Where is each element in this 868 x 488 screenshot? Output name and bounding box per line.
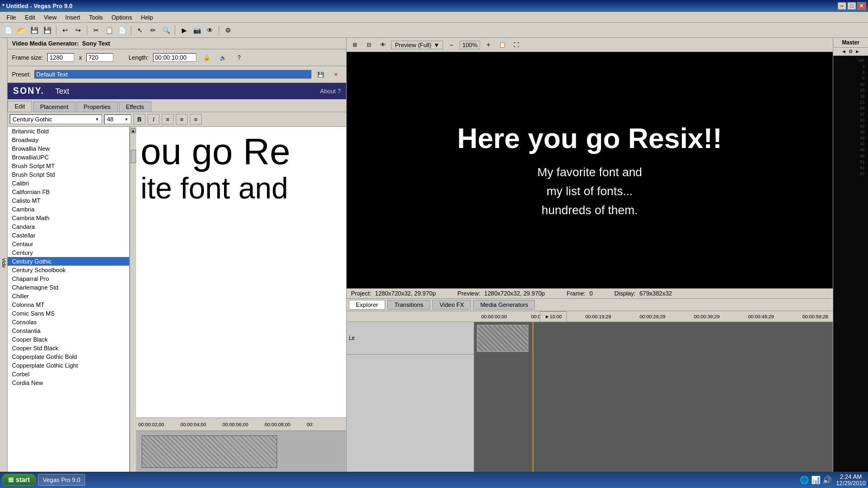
- redo-button[interactable]: ↪: [72, 24, 84, 36]
- preset-delete-button[interactable]: ✕: [330, 68, 342, 80]
- font-item[interactable]: Castellar: [8, 231, 129, 240]
- preview-fullscreen-button[interactable]: ⛶: [510, 39, 522, 51]
- align-center-button[interactable]: ≡: [176, 114, 188, 125]
- preview-view-button[interactable]: 👁: [377, 39, 389, 51]
- font-item[interactable]: Chaparral Pro: [8, 274, 129, 283]
- track-clip[interactable]: [477, 325, 528, 352]
- preview-zoom-out[interactable]: −: [445, 39, 457, 51]
- open-button[interactable]: 📂: [15, 24, 27, 36]
- taskbar-item-vegas[interactable]: Vegas Pro 9.0: [38, 474, 85, 486]
- font-item[interactable]: Brush Script MT: [8, 162, 129, 170]
- text-clip[interactable]: [142, 435, 277, 468]
- menu-insert[interactable]: Insert: [61, 13, 85, 22]
- preview-quality-dropdown[interactable]: Preview (Full) ▼: [391, 41, 443, 49]
- tab-properties[interactable]: Properties: [76, 101, 118, 112]
- font-item[interactable]: Cooper Std Black: [8, 344, 129, 352]
- font-item[interactable]: Colonna MT: [8, 300, 129, 309]
- align-left-button[interactable]: ≡: [162, 114, 174, 125]
- font-item[interactable]: Century: [8, 248, 129, 257]
- tab-edit[interactable]: Edit: [8, 101, 32, 112]
- tab-transitions[interactable]: Transitions: [387, 300, 430, 310]
- preset-select[interactable]: Default Text: [34, 70, 311, 79]
- tab-video-fx[interactable]: Video FX: [432, 300, 471, 310]
- preview-zoom-in[interactable]: +: [482, 39, 494, 51]
- menu-tools[interactable]: Tools: [85, 13, 107, 22]
- close-button[interactable]: ✕: [857, 2, 866, 10]
- select-button[interactable]: ↖: [134, 24, 146, 36]
- minimize-button[interactable]: −: [838, 2, 846, 10]
- font-item[interactable]: Corbel: [8, 370, 129, 378]
- font-item[interactable]: Constantia: [8, 326, 129, 335]
- start-button[interactable]: ⊞ start: [2, 474, 36, 486]
- font-item[interactable]: Brush Script Std: [8, 170, 129, 179]
- length-input[interactable]: [153, 53, 196, 62]
- font-item[interactable]: Californian FB: [8, 188, 129, 196]
- font-item[interactable]: Britannic Bold: [8, 127, 129, 136]
- vmg-help-button[interactable]: ?: [233, 52, 245, 63]
- tab-explorer[interactable]: Explorer: [349, 300, 385, 310]
- vu-ctrl-3[interactable]: ►: [855, 49, 860, 54]
- font-item[interactable]: Calisto MT: [8, 196, 129, 205]
- font-size-dropdown[interactable]: 48 ▼: [104, 114, 131, 124]
- preset-save-button[interactable]: 💾: [315, 68, 327, 80]
- font-item[interactable]: Century Schoolbook: [8, 266, 129, 274]
- font-item[interactable]: Comic Sans MS: [8, 309, 129, 318]
- preview-button[interactable]: 👁: [204, 24, 216, 36]
- font-item[interactable]: Consolas: [8, 318, 129, 326]
- timeline-cursor-label[interactable]: ►10:00: [540, 311, 567, 322]
- undo-button[interactable]: ↩: [59, 24, 71, 36]
- vmg-audio-button[interactable]: 🔊: [217, 52, 229, 63]
- bold-button[interactable]: B: [133, 114, 145, 125]
- menu-file[interactable]: File: [2, 13, 21, 22]
- capture-button[interactable]: 📷: [191, 24, 203, 36]
- vu-ctrl-2[interactable]: ⚙: [848, 49, 853, 54]
- about-button[interactable]: About ?: [320, 88, 341, 94]
- height-input[interactable]: [86, 53, 113, 62]
- font-item[interactable]: Candara: [8, 222, 129, 231]
- properties-button[interactable]: ⚙: [222, 24, 234, 36]
- font-item[interactable]: Browallia New: [8, 144, 129, 153]
- font-item[interactable]: Chiller: [8, 292, 129, 300]
- font-item[interactable]: BrowalliaUPC: [8, 153, 129, 162]
- maximize-button[interactable]: □: [847, 2, 856, 10]
- font-item[interactable]: Broadway: [8, 136, 129, 144]
- menu-view[interactable]: View: [40, 13, 61, 22]
- vmg-lock-button[interactable]: 🔒: [201, 52, 213, 63]
- preview-split-button[interactable]: ⊟: [363, 39, 375, 51]
- font-item[interactable]: Cambria: [8, 205, 129, 214]
- width-input[interactable]: [47, 53, 74, 62]
- scroll-up[interactable]: ▲: [131, 128, 136, 133]
- tab-media-generators[interactable]: Media Generators: [473, 300, 535, 310]
- align-right-button[interactable]: ≡: [190, 114, 202, 125]
- menu-help[interactable]: Help: [136, 13, 157, 22]
- menu-options[interactable]: Options: [107, 13, 137, 22]
- font-item[interactable]: Centaur: [8, 240, 129, 248]
- text-preview-content[interactable]: ou go Re ite font and: [136, 127, 346, 418]
- paste-button[interactable]: 📄: [116, 24, 128, 36]
- new-button[interactable]: 📄: [2, 24, 14, 36]
- save-as-button[interactable]: 💾: [41, 24, 53, 36]
- menu-edit[interactable]: Edit: [21, 13, 40, 22]
- save-button[interactable]: 💾: [28, 24, 40, 36]
- cut-button[interactable]: ✂: [90, 24, 102, 36]
- copy-button[interactable]: 📋: [103, 24, 115, 36]
- font-item[interactable]: Cambria Math: [8, 214, 129, 222]
- tab-effects[interactable]: Effects: [119, 101, 151, 112]
- scroll-thumb[interactable]: [131, 150, 136, 163]
- font-item[interactable]: Cooper Black: [8, 335, 129, 344]
- font-list-scrollbar[interactable]: ▲ ▼: [130, 127, 136, 488]
- zoom-button[interactable]: 🔍: [160, 24, 172, 36]
- preview-copy-button[interactable]: 📋: [496, 39, 508, 51]
- edit-button[interactable]: ✏: [147, 24, 159, 36]
- italic-button[interactable]: I: [148, 114, 159, 125]
- preview-snap-button[interactable]: ⊞: [349, 39, 361, 51]
- tab-placement[interactable]: Placement: [33, 101, 75, 112]
- render-button[interactable]: ▶: [178, 24, 190, 36]
- vu-ctrl-1[interactable]: ◄: [841, 49, 846, 54]
- font-item[interactable]: Copperplate Gothic Light: [8, 361, 129, 370]
- font-item[interactable]: Calibri: [8, 179, 129, 188]
- font-name-dropdown[interactable]: Century Gothic ▼: [10, 114, 102, 124]
- font-item-century-gothic[interactable]: Century Gothic: [8, 257, 129, 266]
- font-item[interactable]: Cordia New: [8, 378, 129, 387]
- font-item[interactable]: Copperplate Gothic Bold: [8, 352, 129, 361]
